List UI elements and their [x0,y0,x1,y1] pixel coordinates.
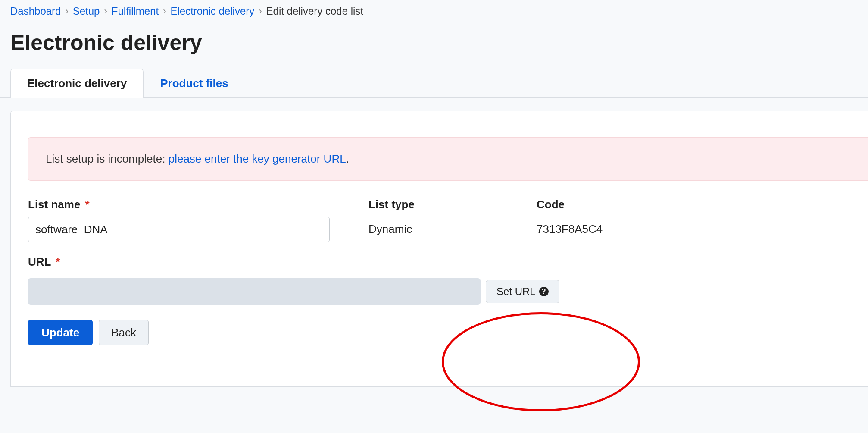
alert-incomplete-setup: List setup is incomplete: please enter t… [28,137,868,181]
breadcrumb-link-fulfillment[interactable]: Fulfillment [112,5,159,17]
value-list-type: Dynamic [368,216,506,236]
label-url-text: URL [28,255,51,268]
label-code: Code [537,198,603,211]
breadcrumb-current: Edit delivery code list [266,5,363,17]
label-list-type: List type [368,198,506,211]
breadcrumb-separator: › [259,6,262,17]
label-url: URL * [28,255,868,269]
tab-electronic-delivery[interactable]: Electronic delivery [10,69,144,98]
tab-product-files[interactable]: Product files [144,69,245,98]
update-button[interactable]: Update [28,320,93,345]
label-list-name-text: List name [28,198,80,211]
label-list-name: List name * [28,198,338,211]
page-title: Electronic delivery [0,21,868,68]
breadcrumb-separator: › [163,6,166,17]
set-url-button-label: Set URL [496,286,536,298]
breadcrumb-link-dashboard[interactable]: Dashboard [10,5,61,17]
breadcrumb-link-setup[interactable]: Setup [73,5,100,17]
url-display [28,278,481,305]
form-panel: List setup is incomplete: please enter t… [10,111,868,387]
required-marker: * [85,198,90,211]
alert-text-prefix: List setup is incomplete: [46,152,169,165]
alert-link-key-generator-url[interactable]: please enter the key generator URL [169,152,346,165]
set-url-button[interactable]: Set URL ? [486,280,559,303]
tab-bar: Electronic delivery Product files [0,68,868,98]
input-list-name[interactable] [28,216,330,242]
breadcrumb: Dashboard › Setup › Fulfillment › Electr… [0,0,868,21]
alert-text-suffix: . [346,152,349,165]
value-code: 7313F8A5C4 [537,216,603,236]
help-icon: ? [539,287,549,296]
required-marker: * [56,255,60,268]
breadcrumb-separator: › [65,6,68,17]
breadcrumb-link-electronic-delivery[interactable]: Electronic delivery [170,5,254,17]
breadcrumb-separator: › [104,6,107,17]
back-button[interactable]: Back [99,320,149,345]
